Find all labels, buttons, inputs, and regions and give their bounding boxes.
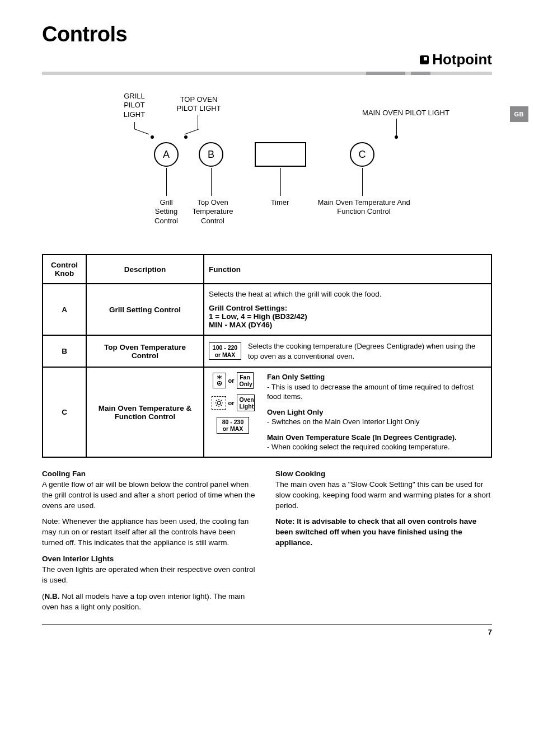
svg-line-15: [221, 400, 222, 401]
label-top-oven-pilot: TOP OVEN PILOT LIGHT: [174, 95, 224, 114]
slow-p1: The main oven has a "Slow Cook Setting" …: [275, 480, 492, 511]
knob-a: A: [154, 142, 179, 167]
svg-point-8: [217, 401, 221, 405]
page-number: 7: [42, 628, 492, 636]
cell-desc-c: Main Oven Temperature & Function Control: [86, 367, 204, 457]
cell-knob-b: B: [43, 335, 86, 367]
svg-line-6: [220, 384, 221, 384]
header-divider: [42, 72, 492, 75]
svg-line-13: [216, 400, 217, 401]
oven-light-label: Oven Light: [237, 395, 255, 411]
cell-knob-c: C: [43, 367, 86, 457]
page-title: Controls: [42, 22, 492, 46]
footer-rule: [42, 624, 492, 624]
range-box-c: 80 - 230 or MAX: [217, 417, 249, 434]
timer-panel: [255, 142, 306, 167]
label-timer: Timer: [266, 198, 294, 207]
label-grill-setting: Grill Setting Control: [149, 198, 183, 226]
controls-table: Control Knob Description Function A Gril…: [42, 254, 492, 458]
slow-heading: Slow Cooking: [275, 469, 492, 480]
snowflake-fan-icon: [213, 373, 226, 388]
svg-line-16: [216, 405, 217, 406]
th-func: Function: [204, 255, 491, 284]
cell-desc-b: Top Oven Temperature Control: [86, 335, 204, 367]
cell-func-a: Selects the heat at which the grill will…: [204, 284, 491, 335]
brand-icon: [420, 55, 429, 64]
fan-only-label: Fan Only: [237, 372, 254, 389]
lights-heading: Oven Interior Lights: [42, 554, 259, 565]
th-desc: Description: [86, 255, 204, 284]
controls-diagram: GRILL PILOT LIGHT TOP OVEN PILOT LIGHT M…: [87, 92, 492, 237]
label-main-oven-func: Main Oven Temperature And Function Contr…: [316, 198, 411, 217]
cell-func-b: 100 - 220 or MAX Selects the cooking tem…: [204, 335, 491, 367]
note-text: Note: It is advisable to check that all …: [275, 516, 492, 548]
label-top-oven-temp: Top Oven Temperature Control: [188, 198, 238, 226]
lights-p2: (N.B. Not all models have a top oven int…: [42, 591, 259, 613]
knob-b: B: [199, 142, 223, 167]
table-row: C Main Oven Temperature & Function Contr…: [43, 367, 491, 457]
th-knob: Control Knob: [43, 255, 86, 284]
cell-desc-a: Grill Setting Control: [86, 284, 204, 335]
svg-line-7: [218, 384, 219, 384]
knob-c: C: [350, 142, 374, 167]
brand-text: Hotpoint: [432, 51, 492, 68]
cell-knob-a: A: [43, 284, 86, 335]
cell-func-c: or Fan Only: [204, 367, 491, 457]
cooling-fan-heading: Cooling Fan: [42, 469, 259, 480]
light-icon: [212, 396, 226, 410]
cooling-p1: A gentle flow of air will be blown below…: [42, 480, 259, 511]
label-grill-pilot: GRILL PILOT LIGHT: [118, 92, 151, 119]
svg-line-14: [221, 405, 222, 406]
cooling-p2: Note: Whenever the appliance has been us…: [42, 516, 259, 548]
range-box-b: 100 - 220 or MAX: [209, 342, 241, 359]
table-row: A Grill Setting Control Selects the heat…: [43, 284, 491, 335]
svg-point-4: [219, 383, 220, 384]
table-row: B Top Oven Temperature Control 100 - 220…: [43, 335, 491, 367]
lights-p1: The oven lights are operated when their …: [42, 565, 259, 586]
right-column: Slow Cooking The main oven has a "Slow C…: [275, 469, 492, 618]
left-column: Cooling Fan A gentle flow of air will be…: [42, 469, 259, 618]
language-tab: GB: [510, 106, 529, 122]
brand-logo: Hotpoint: [420, 51, 492, 68]
label-main-oven-pilot: MAIN OVEN PILOT LIGHT: [350, 109, 462, 118]
